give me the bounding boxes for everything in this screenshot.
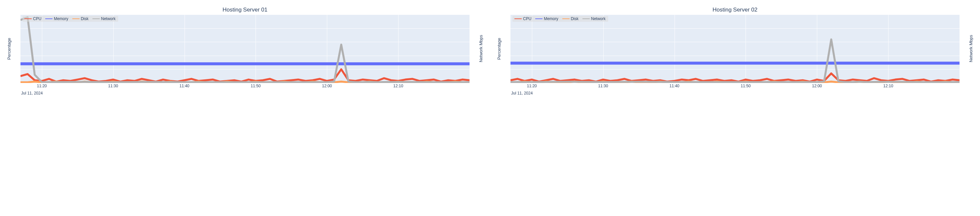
legend-item-memory[interactable]: Memory [535, 16, 558, 21]
gridlines-h [21, 14, 469, 83]
series-line-network [21, 17, 469, 82]
x-tick: 11:40 [179, 84, 189, 88]
legend-item-network[interactable]: Network [582, 16, 606, 21]
chart-title: Hosting Server 02 [496, 6, 974, 13]
legend-label: Memory [54, 16, 68, 21]
x-tick: 11:30 [108, 84, 118, 88]
plot-area[interactable]: 020406080100 05101520 CPU Memory Disk [511, 14, 959, 83]
x-tick: 11:30 [598, 84, 608, 88]
legend: CPU Memory Disk Network [22, 16, 118, 22]
gridlines-h [511, 14, 959, 83]
legend-label: Network [591, 16, 606, 21]
y-axis-right-label: Network Mbps [479, 35, 484, 62]
data-layer [511, 14, 959, 83]
legend-item-cpu[interactable]: CPU [24, 16, 41, 21]
legend-swatch-cpu-icon [24, 19, 32, 19]
x-axis-date-label: Jul 11, 2024 [21, 91, 469, 97]
x-axis: 11:2011:3011:4011:5012:0012:10 [511, 83, 959, 91]
legend-label: CPU [33, 16, 41, 21]
y-axis-left-label: Percentage [6, 38, 11, 60]
legend-label: Disk [81, 16, 89, 21]
legend-swatch-network-icon [92, 19, 100, 19]
chart-frame: Percentage 020406080100 05101520 CPU Mem… [496, 14, 974, 97]
legend-swatch-network-icon [582, 19, 590, 19]
legend-swatch-memory-icon [45, 19, 52, 19]
x-tick: 12:00 [322, 84, 332, 88]
legend-item-disk[interactable]: Disk [72, 16, 89, 21]
legend-swatch-disk-icon [72, 19, 80, 19]
gridlines-v [21, 14, 469, 83]
legend-label: Memory [544, 16, 558, 21]
plot-area[interactable]: 020406080100 0510152025 CPU Memory Disk [21, 14, 469, 83]
x-axis-date-label: Jul 11, 2024 [511, 91, 959, 97]
legend: CPU Memory Disk Network [512, 16, 608, 22]
series-line-cpu [511, 73, 959, 82]
series-line-disk [511, 82, 959, 82]
x-tick: 12:10 [883, 84, 893, 88]
x-tick: 11:40 [669, 84, 679, 88]
x-tick: 12:10 [393, 84, 403, 88]
x-tick: 11:50 [741, 84, 751, 88]
dashboard: Hosting Server 01 Percentage 02040608010… [0, 0, 980, 100]
chart-title: Hosting Server 01 [6, 6, 484, 13]
legend-item-network[interactable]: Network [92, 16, 116, 21]
legend-item-memory[interactable]: Memory [45, 16, 68, 21]
x-axis: 11:2011:3011:4011:5012:0012:10 [21, 83, 469, 91]
panel-server-01: Hosting Server 01 Percentage 02040608010… [6, 6, 484, 97]
legend-label: CPU [523, 16, 531, 21]
legend-label: Disk [571, 16, 579, 21]
series-line-cpu [21, 69, 469, 81]
chart-frame: Percentage 020406080100 0510152025 CPU M… [6, 14, 484, 97]
legend-item-cpu[interactable]: CPU [514, 16, 531, 21]
legend-swatch-cpu-icon [514, 19, 522, 19]
panel-server-02: Hosting Server 02 Percentage 02040608010… [496, 6, 974, 97]
legend-swatch-disk-icon [562, 19, 570, 19]
legend-item-disk[interactable]: Disk [562, 16, 579, 21]
x-tick: 11:20 [527, 84, 537, 88]
x-tick: 11:50 [251, 84, 261, 88]
data-layer [21, 14, 469, 83]
y-axis-left-label: Percentage [496, 38, 501, 60]
legend-swatch-memory-icon [535, 19, 542, 19]
x-tick: 11:20 [37, 84, 47, 88]
legend-label: Network [101, 16, 116, 21]
series-line-network [511, 39, 959, 82]
x-tick: 12:00 [812, 84, 822, 88]
series-line-disk [21, 82, 469, 82]
y-axis-right-label: Network Mbps [969, 35, 974, 62]
gridlines-v [511, 14, 959, 83]
